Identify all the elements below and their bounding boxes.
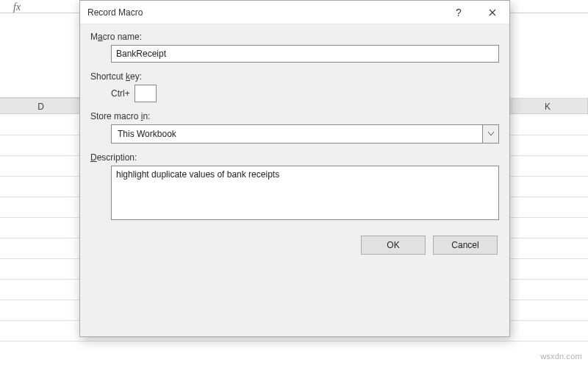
fx-label: fx <box>13 1 21 13</box>
description-input[interactable] <box>111 166 499 220</box>
description-label: Description: <box>90 152 499 163</box>
shortcut-key-input[interactable] <box>135 85 157 102</box>
dialog-content: Macro name: Shortcut key: Ctrl+ Store ma… <box>80 24 509 265</box>
ribbon-panel-fragment <box>0 13 81 98</box>
watermark-text: wsxdn.com <box>540 352 582 361</box>
close-icon <box>489 9 496 16</box>
macro-name-group: Macro name: <box>90 32 499 63</box>
chevron-down-icon[interactable] <box>482 125 498 143</box>
macro-name-input[interactable] <box>111 45 499 63</box>
dialog-title: Record Macro <box>87 7 442 18</box>
dialog-titlebar[interactable]: Record Macro ? <box>80 1 509 24</box>
record-macro-dialog: Record Macro ? Macro name: Shortcut key:… <box>79 0 510 337</box>
shortcut-key-label: Shortcut key: <box>90 71 499 82</box>
column-header-k[interactable]: K <box>507 99 588 115</box>
column-header-d[interactable]: D <box>0 99 82 115</box>
store-macro-group: Store macro in: This Workbook <box>90 111 499 144</box>
macro-name-label: Macro name: <box>90 32 499 42</box>
store-macro-label: Store macro in: <box>90 111 499 121</box>
shortcut-key-group: Shortcut key: Ctrl+ <box>90 71 499 102</box>
close-button[interactable] <box>476 1 509 24</box>
help-icon: ? <box>456 7 462 18</box>
dialog-buttons: OK Cancel <box>90 236 499 255</box>
ok-button[interactable]: OK <box>361 236 426 255</box>
ctrl-prefix-label: Ctrl+ <box>111 88 130 99</box>
help-button[interactable]: ? <box>442 1 476 24</box>
store-macro-selected-value: This Workbook <box>118 129 176 139</box>
cancel-button[interactable]: Cancel <box>433 236 498 255</box>
description-group: Description: <box>90 152 499 222</box>
store-macro-select[interactable]: This Workbook <box>111 124 499 144</box>
